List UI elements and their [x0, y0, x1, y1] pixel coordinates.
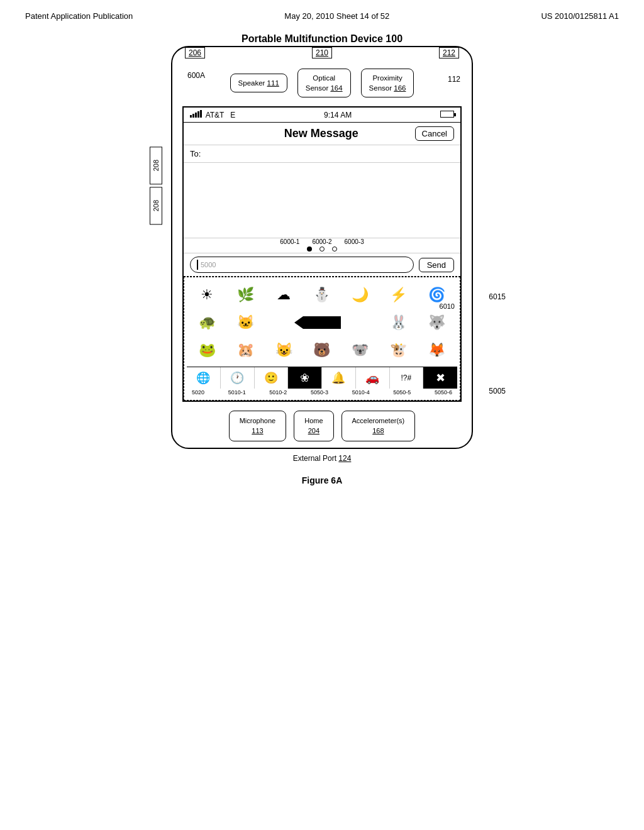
proximity-label: ProximitySensor 166 — [369, 74, 406, 92]
cancel-button[interactable]: Cancel — [415, 126, 454, 141]
cursor-labels-area: 6000-1 6000-2 6000-3 — [184, 238, 460, 253]
bar5 — [200, 110, 202, 118]
emoji-moon[interactable]: 🌙 — [342, 284, 378, 306]
microphone-button: Microphone113 — [229, 411, 286, 441]
cursor-labels: 6000-1 6000-2 6000-3 — [190, 238, 454, 245]
header-left: Patent Application Publication — [25, 11, 133, 21]
carrier: AT&T — [206, 111, 225, 119]
cursor-label-1: 6000-1 — [280, 238, 299, 245]
home-button[interactable]: Home204 — [294, 411, 333, 441]
emoji-turtle[interactable]: 🐢 — [189, 311, 225, 334]
emoji-fox[interactable]: 🦊 — [419, 339, 455, 362]
emoji-bear[interactable]: 🐻 — [304, 339, 340, 362]
side-labels: 208 208 — [150, 147, 162, 225]
side-label-208-bottom: 208 — [150, 187, 162, 224]
emoji-tab-delete[interactable]: ✖ — [423, 367, 457, 389]
bar1 — [190, 115, 192, 118]
dot-2 — [319, 246, 325, 252]
tab-label-5010-2: 5010-2 — [269, 389, 287, 396]
emoji-tab-flower[interactable]: ❀ — [288, 367, 322, 389]
header-right: US 2010/0125811 A1 — [541, 11, 619, 21]
emoji-tab-clock[interactable]: 🕐 — [221, 367, 255, 389]
header-center: May 20, 2010 Sheet 14 of 52 — [284, 11, 389, 21]
emoji-koala[interactable]: 🐨 — [342, 339, 378, 362]
send-button[interactable]: Send — [419, 258, 454, 272]
ref-6010: 6010 — [440, 302, 455, 310]
proximity-sensor: ProximitySensor 166 — [361, 69, 414, 97]
tab-label-5050-3: 5050-3 — [311, 389, 328, 396]
main-content: Portable Multifunction Device 100 208 20… — [0, 27, 644, 504]
optical-label: OpticalSensor 164 — [306, 74, 343, 92]
signal-bars — [190, 110, 202, 118]
phone-screen: AT&T E 9:14 AM New Message Canc — [182, 106, 462, 402]
tab-label-5010-1: 5010-1 — [228, 389, 246, 396]
emoji-row-1: ☀ 🌿 ☁ ⛄ 🌙 ⚡ 🌀 — [187, 281, 457, 309]
tab-label-5020: 5020 — [192, 389, 204, 396]
device-title: Portable Multifunction Device 100 — [242, 33, 402, 44]
emoji-frog[interactable]: 🐸 — [189, 339, 225, 362]
emoji-lightning[interactable]: ⚡ — [380, 284, 416, 306]
emoji-tabs: 🌐 🕐 🙂 ❀ 🔔 🚗 !?# ✖ — [187, 367, 457, 389]
optical-sensor: OpticalSensor 164 — [297, 69, 351, 97]
tab-labels: 5020 5010-1 5010-2 5050-3 5010-4 5050-5 … — [187, 389, 457, 396]
emoji-row-3: 🐸 🐹 😺 🐻 🐨 🐮 🦊 — [187, 336, 457, 364]
dots-row — [190, 245, 454, 253]
input-label: 5000 — [201, 261, 216, 268]
dot-1 — [307, 246, 312, 252]
side-label-208-top: 208 — [150, 147, 162, 184]
back-arrow-cell[interactable] — [266, 311, 379, 334]
external-port: External Port 124 — [171, 449, 473, 468]
emoji-cat[interactable]: 🐱 — [228, 311, 264, 334]
dot-3 — [332, 246, 337, 252]
title-bar: New Message Cancel — [184, 123, 460, 145]
tab-label-5010-4: 5010-4 — [352, 389, 370, 396]
emoji-tab-bell[interactable]: 🔔 — [322, 367, 356, 389]
emoji-snowman[interactable]: ⛄ — [304, 284, 340, 306]
patent-header: Patent Application Publication May 20, 2… — [0, 0, 644, 27]
device-bottom: Microphone113 Home204 Accelerometer(s)16… — [172, 402, 472, 448]
text-input[interactable]: 5000 — [190, 257, 414, 273]
emoji-tab-globe[interactable]: 🌐 — [187, 367, 221, 389]
label-112: 112 — [448, 75, 460, 84]
cursor-label-3: 6000-3 — [345, 238, 364, 245]
device-outer: 206 210 212 600A Speaker 111 OpticalSens… — [171, 46, 473, 449]
top-sensors: 600A Speaker 111 OpticalSensor 164 Proxi… — [172, 57, 472, 106]
device-title-wrapper: Portable Multifunction Device 100 — [171, 33, 473, 45]
ref-5005: 5005 — [489, 387, 506, 396]
speaker-sensor: Speaker 111 — [230, 74, 287, 92]
message-area[interactable] — [184, 163, 460, 238]
tab-label-5050-6: 5050-6 — [435, 389, 452, 396]
cursor-label-2: 6000-2 — [312, 238, 331, 245]
emoji-plant[interactable]: 🌿 — [228, 284, 264, 306]
network-type: E — [230, 111, 235, 119]
bar3 — [195, 113, 197, 118]
emoji-hamster[interactable]: 🐹 — [228, 339, 264, 362]
time: 9:14 AM — [324, 111, 352, 119]
battery-area — [440, 111, 454, 119]
emoji-tab-car[interactable]: 🚗 — [356, 367, 390, 389]
emoji-sun[interactable]: ☀ — [189, 284, 225, 306]
tab-label-5050-5: 5050-5 — [393, 389, 411, 396]
emoji-tab-face[interactable]: 🙂 — [255, 367, 289, 389]
emoji-area: 6010 ☀ 🌿 ☁ ⛄ 🌙 ⚡ 🌀 🐢 🐱 — [184, 277, 460, 401]
back-arrow[interactable] — [303, 316, 341, 329]
emoji-cloud[interactable]: ☁ — [266, 284, 302, 306]
emoji-cat2[interactable]: 😺 — [266, 339, 302, 362]
status-bar: AT&T E 9:14 AM — [184, 108, 460, 123]
to-field[interactable]: To: — [184, 145, 460, 163]
message-title: New Message — [284, 127, 358, 140]
emoji-row-2: 🐢 🐱 🐰 🐺 — [187, 309, 457, 336]
battery-icon — [440, 111, 454, 118]
emoji-rabbit[interactable]: 🐰 — [380, 311, 416, 334]
bar2 — [192, 114, 194, 118]
ref-6015: 6015 — [489, 292, 506, 301]
signal-area: AT&T E — [190, 110, 235, 119]
speaker-label: Speaker 111 — [238, 79, 279, 87]
text-cursor — [197, 260, 198, 270]
emoji-wolf[interactable]: 🐺 — [419, 311, 455, 334]
to-label: To: — [190, 149, 201, 158]
emoji-tab-symbols[interactable]: !?# — [390, 367, 424, 389]
label-600a: 600A — [187, 71, 205, 80]
bar4 — [197, 111, 199, 118]
emoji-cow[interactable]: 🐮 — [380, 339, 416, 362]
